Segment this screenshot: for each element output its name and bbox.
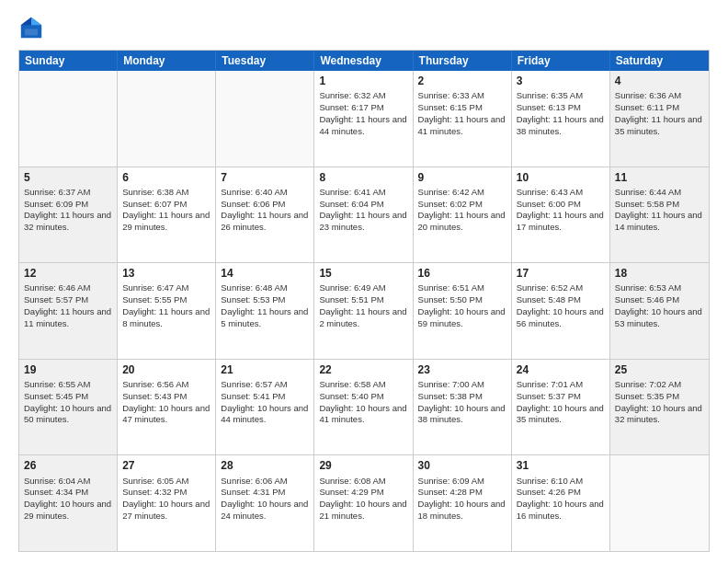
calendar-cell: 13Sunrise: 6:47 AMSunset: 5:55 PMDayligh… <box>118 263 216 359</box>
daylight-text: Daylight: 11 hours and 11 minutes. <box>24 306 111 328</box>
sunrise-text: Sunrise: 6:43 AM <box>517 187 583 197</box>
calendar-cell: 9Sunrise: 6:42 AMSunset: 6:02 PMDaylight… <box>414 167 512 263</box>
sunrise-text: Sunrise: 6:42 AM <box>418 187 484 197</box>
sunset-text: Sunset: 4:28 PM <box>418 487 483 497</box>
day-number: 10 <box>517 170 605 185</box>
daylight-text: Daylight: 11 hours and 14 minutes. <box>615 210 702 232</box>
sunset-text: Sunset: 5:57 PM <box>24 294 88 304</box>
sunrise-text: Sunrise: 6:41 AM <box>319 187 385 197</box>
sunset-text: Sunset: 5:51 PM <box>319 294 383 304</box>
day-number: 5 <box>24 170 112 185</box>
day-number: 30 <box>418 458 506 473</box>
calendar: SundayMondayTuesdayWednesdayThursdayFrid… <box>18 50 710 552</box>
daylight-text: Daylight: 10 hours and 16 minutes. <box>517 499 604 521</box>
sunrise-text: Sunrise: 6:35 AM <box>517 90 583 100</box>
calendar-cell: 16Sunrise: 6:51 AMSunset: 5:50 PMDayligh… <box>414 263 512 359</box>
sunrise-text: Sunrise: 6:46 AM <box>24 282 90 293</box>
sunset-text: Sunset: 5:41 PM <box>221 391 285 401</box>
daylight-text: Daylight: 11 hours and 29 minutes. <box>122 210 210 232</box>
sunset-text: Sunset: 5:50 PM <box>418 294 483 304</box>
calendar-cell: 18Sunrise: 6:53 AMSunset: 5:46 PMDayligh… <box>610 263 709 359</box>
weekday-header: Wednesday <box>314 51 413 71</box>
sunset-text: Sunset: 6:07 PM <box>122 199 187 209</box>
logo-icon <box>18 15 44 40</box>
sunrise-text: Sunrise: 6:57 AM <box>221 379 287 389</box>
calendar-row: 1Sunrise: 6:32 AMSunset: 6:17 PMDaylight… <box>19 71 709 167</box>
sunrise-text: Sunrise: 6:04 AM <box>24 476 90 486</box>
sunset-text: Sunset: 5:46 PM <box>615 294 679 304</box>
daylight-text: Daylight: 10 hours and 18 minutes. <box>418 499 506 521</box>
sunrise-text: Sunrise: 6:49 AM <box>319 282 385 293</box>
sunset-text: Sunset: 4:31 PM <box>221 487 285 497</box>
weekday-header: Sunday <box>19 51 118 71</box>
calendar-cell: 12Sunrise: 6:46 AMSunset: 5:57 PMDayligh… <box>19 263 118 359</box>
day-number: 19 <box>24 362 112 377</box>
weekday-header: Monday <box>118 51 216 71</box>
sunrise-text: Sunrise: 7:00 AM <box>418 379 484 389</box>
day-number: 24 <box>517 362 605 377</box>
calendar-cell: 25Sunrise: 7:02 AMSunset: 5:35 PMDayligh… <box>610 360 709 455</box>
daylight-text: Daylight: 10 hours and 29 minutes. <box>24 499 111 521</box>
sunrise-text: Sunrise: 6:47 AM <box>122 282 188 293</box>
calendar-row: 5Sunrise: 6:37 AMSunset: 6:09 PMDaylight… <box>19 167 709 263</box>
sunset-text: Sunset: 6:17 PM <box>319 102 383 112</box>
daylight-text: Daylight: 11 hours and 20 minutes. <box>418 210 506 232</box>
sunrise-text: Sunrise: 6:40 AM <box>221 187 287 197</box>
sunrise-text: Sunrise: 6:32 AM <box>319 90 385 100</box>
sunset-text: Sunset: 5:40 PM <box>319 391 383 401</box>
day-number: 3 <box>517 74 605 88</box>
sunset-text: Sunset: 5:38 PM <box>418 391 483 401</box>
sunset-text: Sunset: 6:06 PM <box>221 199 285 209</box>
calendar-cell: 1Sunrise: 6:32 AMSunset: 6:17 PMDaylight… <box>314 71 413 167</box>
daylight-text: Daylight: 11 hours and 26 minutes. <box>221 210 308 232</box>
svg-marker-2 <box>21 17 31 25</box>
day-number: 2 <box>418 74 506 88</box>
svg-rect-3 <box>25 29 38 35</box>
daylight-text: Daylight: 10 hours and 44 minutes. <box>221 403 308 425</box>
calendar-cell: 27Sunrise: 6:05 AMSunset: 4:32 PMDayligh… <box>118 455 216 551</box>
header <box>18 15 710 40</box>
day-number: 4 <box>615 74 704 88</box>
weekday-header: Tuesday <box>216 51 314 71</box>
calendar-cell <box>118 71 216 167</box>
day-number: 1 <box>319 74 407 88</box>
sunset-text: Sunset: 5:43 PM <box>122 391 187 401</box>
sunset-text: Sunset: 5:37 PM <box>517 391 581 401</box>
day-number: 29 <box>319 458 407 473</box>
sunrise-text: Sunrise: 6:09 AM <box>418 476 484 486</box>
calendar-cell: 8Sunrise: 6:41 AMSunset: 6:04 PMDaylight… <box>314 167 413 263</box>
daylight-text: Daylight: 10 hours and 47 minutes. <box>122 403 210 425</box>
calendar-body: 1Sunrise: 6:32 AMSunset: 6:17 PMDaylight… <box>19 71 709 551</box>
daylight-text: Daylight: 11 hours and 5 minutes. <box>221 306 308 328</box>
calendar-cell: 2Sunrise: 6:33 AMSunset: 6:15 PMDaylight… <box>414 71 512 167</box>
sunset-text: Sunset: 4:32 PM <box>122 487 187 497</box>
calendar-row: 12Sunrise: 6:46 AMSunset: 5:57 PMDayligh… <box>19 262 709 359</box>
sunset-text: Sunset: 4:26 PM <box>517 487 581 497</box>
sunset-text: Sunset: 6:09 PM <box>24 199 88 209</box>
day-number: 27 <box>122 458 210 473</box>
calendar-cell: 26Sunrise: 6:04 AMSunset: 4:34 PMDayligh… <box>19 455 118 551</box>
daylight-text: Daylight: 10 hours and 50 minutes. <box>24 403 111 425</box>
sunset-text: Sunset: 6:11 PM <box>615 102 679 112</box>
day-number: 7 <box>221 170 309 185</box>
day-number: 17 <box>517 266 605 281</box>
logo <box>18 15 46 40</box>
sunrise-text: Sunrise: 6:05 AM <box>122 476 188 486</box>
daylight-text: Daylight: 10 hours and 32 minutes. <box>615 403 702 425</box>
sunset-text: Sunset: 6:00 PM <box>517 199 581 209</box>
calendar-cell: 5Sunrise: 6:37 AMSunset: 6:09 PMDaylight… <box>19 167 118 263</box>
calendar-cell: 4Sunrise: 6:36 AMSunset: 6:11 PMDaylight… <box>610 71 709 167</box>
sunrise-text: Sunrise: 6:08 AM <box>319 476 385 486</box>
calendar-cell <box>19 71 118 167</box>
sunrise-text: Sunrise: 7:01 AM <box>517 379 583 389</box>
sunrise-text: Sunrise: 6:37 AM <box>24 187 90 197</box>
sunset-text: Sunset: 5:48 PM <box>517 294 581 304</box>
sunrise-text: Sunrise: 6:44 AM <box>615 187 681 197</box>
day-number: 18 <box>615 266 704 281</box>
sunset-text: Sunset: 5:35 PM <box>615 391 679 401</box>
daylight-text: Daylight: 10 hours and 24 minutes. <box>221 499 308 521</box>
calendar-row: 19Sunrise: 6:55 AMSunset: 5:45 PMDayligh… <box>19 359 709 455</box>
day-number: 9 <box>418 170 506 185</box>
calendar-cell: 3Sunrise: 6:35 AMSunset: 6:13 PMDaylight… <box>512 71 610 167</box>
sunrise-text: Sunrise: 6:53 AM <box>615 282 681 293</box>
